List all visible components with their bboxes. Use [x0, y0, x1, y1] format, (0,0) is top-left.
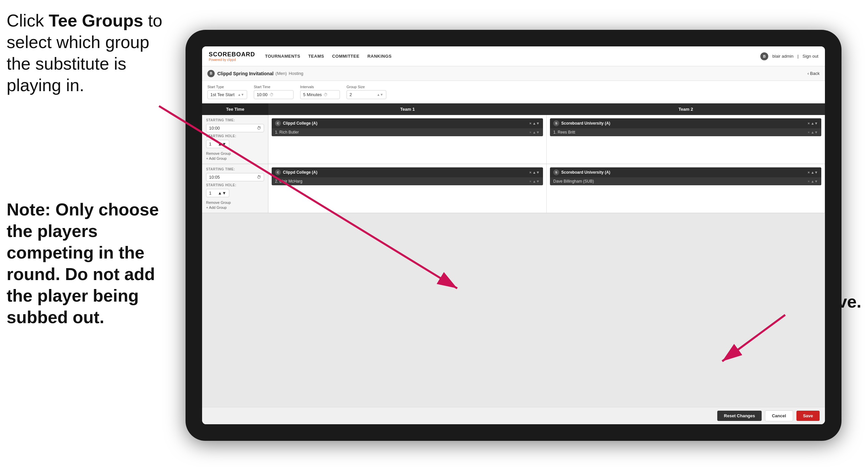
player-actions-1-1: × ▲▼: [529, 130, 540, 134]
start-time-field: Start Time 10:00 ⏱: [254, 85, 293, 99]
nav-separator: |: [798, 54, 799, 59]
player-actions-2-2: × ▲▼: [808, 179, 818, 183]
group-size-arrow: ▲▼: [377, 93, 383, 96]
remove-group-btn-1[interactable]: Remove Group: [206, 151, 264, 155]
player-name-2-1: 1. Rees Britt: [553, 130, 806, 135]
team-player-2-1: 1. Rees Britt × ▲▼: [550, 128, 821, 136]
player-actions-2-1: × ▲▼: [808, 130, 818, 134]
logo-sub: Powered by clippd: [209, 58, 255, 62]
cancel-button[interactable]: Cancel: [765, 410, 793, 421]
start-type-value: 1st Tee Start: [210, 92, 235, 97]
start-type-input[interactable]: 1st Tee Start ▲▼: [207, 90, 247, 99]
group-size-input[interactable]: 2 ▲▼: [346, 90, 386, 99]
table-row: STARTING TIME: 10:05 ⏱ STARTING HOLE: 1 …: [202, 164, 825, 213]
nav-right: B blair admin | Sign out: [760, 52, 818, 60]
nav-links: TOURNAMENTS TEAMS COMMITTEE RANKINGS: [265, 54, 760, 59]
team-player-2-2: Dave Billingham (SUB) × ▲▼: [550, 177, 821, 185]
player-actions-1-2: × ▲▼: [529, 179, 540, 183]
starting-hole-label-2: STARTING HOLE:: [206, 183, 264, 187]
sign-out-link[interactable]: Sign out: [802, 54, 818, 59]
team-badge-2-1: S: [553, 120, 559, 126]
team-group-1-2[interactable]: C Clippd College (A) × ▲▼ 2. Blair McHar…: [272, 167, 543, 185]
starting-hole-label-1: STARTING HOLE:: [206, 134, 264, 138]
tablet-screen: SCOREBOARD Powered by clippd TOURNAMENTS…: [202, 47, 825, 424]
intervals-clock-icon: ⏱: [324, 92, 328, 97]
footer: Reset Changes Cancel Save: [202, 407, 825, 424]
team-group-header-1-2: C Clippd College (A) × ▲▼: [272, 167, 543, 177]
nav-rankings[interactable]: RANKINGS: [367, 54, 392, 59]
save-button[interactable]: Save: [797, 411, 819, 421]
add-group-btn-2[interactable]: + Add Group: [206, 205, 264, 209]
start-type-arrow: ▲▼: [238, 93, 244, 96]
team-group-name-2-1: Scoreboard University (A): [561, 121, 806, 126]
hole-arrow-1: ▲▼: [218, 142, 226, 146]
team-group-2-2[interactable]: S Scoreboard University (A) × ▲▼ Dave Bi…: [550, 167, 821, 185]
starting-time-val-2: 10:05: [209, 175, 220, 180]
team-group-1-1[interactable]: C Clippd College (A) × ▲▼ 1. Rich Butler…: [272, 118, 543, 136]
starting-time-label-2: STARTING TIME:: [206, 167, 264, 171]
intervals-label: Intervals: [300, 85, 340, 89]
clock-icon-1: ⏱: [257, 126, 261, 130]
starting-hole-input-2[interactable]: 1 ▲▼: [206, 189, 229, 197]
intervals-value: 5 Minutes: [303, 92, 322, 97]
tee-actions-1: Remove Group + Add Group: [206, 151, 264, 160]
start-time-input[interactable]: 10:00 ⏱: [254, 90, 293, 99]
tee-left-2: STARTING TIME: 10:05 ⏱ STARTING HOLE: 1 …: [202, 164, 268, 213]
reset-changes-button[interactable]: Reset Changes: [717, 411, 762, 421]
grid-area: Tee Time Team 1 Team 2 STARTING TIME: 10…: [202, 104, 825, 407]
nav-user: blair admin: [772, 54, 794, 59]
team-group-2-1[interactable]: S Scoreboard University (A) × ▲▼ 1. Rees…: [550, 118, 821, 136]
avatar: B: [760, 52, 768, 60]
team2-cell-2: S Scoreboard University (A) × ▲▼ Dave Bi…: [547, 164, 825, 213]
table-row: STARTING TIME: 10:00 ⏱ STARTING HOLE: 1 …: [202, 115, 825, 164]
intervals-field: Intervals 5 Minutes ⏱: [300, 85, 340, 99]
col-header-teetime: Tee Time: [202, 104, 268, 115]
back-button[interactable]: ‹ Back: [807, 71, 819, 76]
player-name-1-2: 2. Blair McHarg: [275, 179, 527, 184]
tournament-gender: (Men): [276, 71, 287, 76]
team-player-1-1: 1. Rich Butler × ▲▼: [272, 128, 543, 136]
team-group-actions-1-1: × ▲▼: [529, 121, 540, 125]
col-header-team2: Team 2: [547, 104, 825, 115]
starting-hole-input-1[interactable]: 1 ▲▼: [206, 140, 229, 148]
start-time-value: 10:00: [257, 92, 268, 97]
team1-cell-2: C Clippd College (A) × ▲▼ 2. Blair McHar…: [268, 164, 547, 213]
tee-actions-2: Remove Group + Add Group: [206, 201, 264, 209]
team-player-1-2: 2. Blair McHarg × ▲▼: [272, 177, 543, 185]
starting-hole-val-1: 1: [209, 142, 211, 146]
clock-icon: ⏱: [270, 92, 274, 97]
add-group-btn-1[interactable]: + Add Group: [206, 156, 264, 160]
col-header-team1: Team 1: [268, 104, 547, 115]
start-type-label: Start Type: [207, 85, 247, 89]
start-settings: Start Type 1st Tee Start ▲▼ Start Time 1…: [202, 81, 825, 104]
tournament-name: Clippd Spring Invitational: [217, 71, 274, 76]
subheader: B Clippd Spring Invitational (Men) Hosti…: [202, 66, 825, 81]
team2-cell-1: S Scoreboard University (A) × ▲▼ 1. Rees…: [547, 115, 825, 164]
hosting-label: Hosting: [289, 71, 304, 76]
team-group-name-2-2: Scoreboard University (A): [561, 170, 806, 175]
team-group-header-1-1: C Clippd College (A) × ▲▼: [272, 118, 543, 128]
remove-group-btn-2[interactable]: Remove Group: [206, 201, 264, 204]
starting-hole-val-2: 1: [209, 191, 211, 196]
subheader-badge: B: [207, 70, 215, 77]
starting-time-input-1[interactable]: 10:00 ⏱: [206, 124, 264, 132]
team-group-name-1-2: Clippd College (A): [283, 170, 527, 175]
nav-tournaments[interactable]: TOURNAMENTS: [265, 54, 300, 59]
starting-time-label-1: STARTING TIME:: [206, 118, 264, 122]
tee-groups-bold: Tee Groups: [49, 11, 143, 30]
group-size-label: Group Size: [346, 85, 386, 89]
intervals-input[interactable]: 5 Minutes ⏱: [300, 90, 340, 99]
note-bold: Note:: [7, 200, 51, 219]
start-time-label: Start Time: [254, 85, 293, 89]
instruction-top: Click Tee Groups to select which group t…: [7, 10, 166, 96]
logo-text: SCOREBOARD: [209, 51, 255, 58]
nav-committee[interactable]: COMMITTEE: [332, 54, 360, 59]
instruction-bottom: Note: Only choose the players competing …: [7, 199, 166, 328]
starting-time-input-2[interactable]: 10:05 ⏱: [206, 173, 264, 181]
team-group-header-2-1: S Scoreboard University (A) × ▲▼: [550, 118, 821, 128]
team-badge-1-1: C: [275, 120, 281, 126]
clock-icon-2: ⏱: [257, 175, 261, 180]
nav-teams[interactable]: TEAMS: [308, 54, 324, 59]
group-size-value: 2: [349, 92, 352, 97]
hole-arrow-2: ▲▼: [218, 191, 226, 196]
